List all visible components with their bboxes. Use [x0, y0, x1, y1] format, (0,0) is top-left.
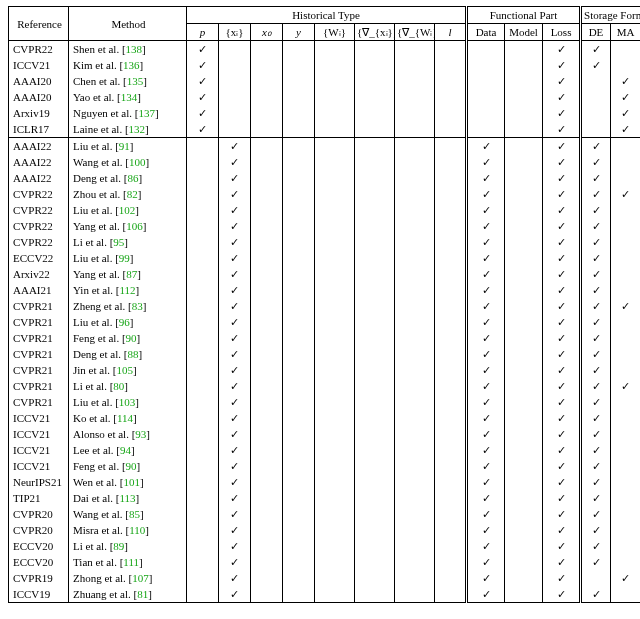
cell-ht-wi	[315, 250, 355, 266]
cell-ht-l	[435, 105, 467, 121]
cell-ht-gxi	[355, 138, 395, 155]
cell-method: Yang et al. [106]	[69, 218, 187, 234]
cell-ht-gwi	[395, 57, 435, 73]
cell-fp-data: ✓	[467, 314, 505, 330]
cell-method: Shen et al. [138]	[69, 41, 187, 58]
cell-fp-model	[505, 314, 543, 330]
cell-ht-x0	[251, 170, 283, 186]
cell-ht-y	[283, 73, 315, 89]
cell-fp-data: ✓	[467, 298, 505, 314]
cell-method: Feng et al. [90]	[69, 330, 187, 346]
cell-ht-wi	[315, 89, 355, 105]
cell-ht-xi: ✓	[219, 250, 251, 266]
cell-ht-xi: ✓	[219, 266, 251, 282]
cell-ht-l	[435, 458, 467, 474]
cell-ht-p	[187, 490, 219, 506]
cell-reference: ICLR17	[9, 121, 69, 138]
cell-fp-data: ✓	[467, 138, 505, 155]
cell-method: Zheng et al. [83]	[69, 298, 187, 314]
cell-ht-p: ✓	[187, 73, 219, 89]
cell-ht-l	[435, 250, 467, 266]
cell-ht-y	[283, 378, 315, 394]
cell-ht-l	[435, 314, 467, 330]
cell-ht-l	[435, 474, 467, 490]
cell-fp-model	[505, 105, 543, 121]
table-container: Reference Method Historical Type Functio…	[0, 0, 640, 613]
cell-ht-x0	[251, 282, 283, 298]
hdr-ht-p: p	[187, 24, 219, 41]
cell-ht-wi	[315, 314, 355, 330]
table-row: Arxiv19Nguyen et al. [137]✓✓✓	[9, 105, 641, 121]
cell-fp-model	[505, 346, 543, 362]
cell-reference: Arxiv19	[9, 105, 69, 121]
cell-ht-gxi	[355, 154, 395, 170]
table-row: ICCV21Lee et al. [94]✓✓✓✓	[9, 442, 641, 458]
cell-reference: Arxiv22	[9, 266, 69, 282]
cell-fp-loss: ✓	[543, 138, 581, 155]
hdr-sf-ma: MA	[611, 24, 640, 41]
cell-ht-xi: ✓	[219, 522, 251, 538]
cell-sf-de: ✓	[581, 554, 611, 570]
cell-ht-l	[435, 570, 467, 586]
cell-reference: CVPR21	[9, 378, 69, 394]
cell-ht-x0	[251, 442, 283, 458]
cell-sf-de: ✓	[581, 57, 611, 73]
cell-sf-ma	[611, 282, 640, 298]
cell-sf-de: ✓	[581, 234, 611, 250]
cell-fp-loss: ✓	[543, 314, 581, 330]
table-row: AAAI21Yin et al. [112]✓✓✓✓	[9, 282, 641, 298]
cell-ht-x0	[251, 250, 283, 266]
cell-ht-xi: ✓	[219, 298, 251, 314]
cell-reference: CVPR21	[9, 362, 69, 378]
cell-ht-gwi	[395, 394, 435, 410]
table-row: TIP21Dai et al. [113]✓✓✓✓	[9, 490, 641, 506]
citation-number: 135	[127, 75, 144, 87]
cell-ht-p: ✓	[187, 41, 219, 58]
cell-ht-p	[187, 170, 219, 186]
cell-ht-l	[435, 266, 467, 282]
cell-method: Yao et al. [134]	[69, 89, 187, 105]
cell-method: Ko et al. [114]	[69, 410, 187, 426]
hdr-fp-data: Data	[467, 24, 505, 41]
cell-ht-l	[435, 490, 467, 506]
cell-ht-xi: ✓	[219, 362, 251, 378]
cell-sf-de	[581, 89, 611, 105]
cell-sf-de: ✓	[581, 538, 611, 554]
cell-ht-wi	[315, 186, 355, 202]
cell-method: Yang et al. [87]	[69, 266, 187, 282]
cell-ht-x0	[251, 570, 283, 586]
cell-fp-loss: ✓	[543, 202, 581, 218]
cell-ht-gwi	[395, 41, 435, 58]
cell-fp-model	[505, 330, 543, 346]
citation-number: 112	[119, 284, 135, 296]
cell-method: Zhuang et al. [81]	[69, 586, 187, 603]
cell-ht-y	[283, 57, 315, 73]
cell-fp-data: ✓	[467, 330, 505, 346]
cell-ht-gxi	[355, 506, 395, 522]
cell-method: Liu et al. [103]	[69, 394, 187, 410]
cell-ht-gxi	[355, 170, 395, 186]
cell-reference: ICCV19	[9, 586, 69, 603]
cell-sf-ma: ✓	[611, 105, 640, 121]
cell-fp-loss: ✓	[543, 41, 581, 58]
cell-fp-loss: ✓	[543, 458, 581, 474]
cell-ht-gwi	[395, 218, 435, 234]
cell-method: Wen et al. [101]	[69, 474, 187, 490]
citation-number: 90	[126, 460, 137, 472]
cell-sf-de	[581, 105, 611, 121]
table-row: AAAI20Yao et al. [134]✓✓✓	[9, 89, 641, 105]
cell-sf-de: ✓	[581, 250, 611, 266]
cell-ht-y	[283, 250, 315, 266]
cell-fp-model	[505, 234, 543, 250]
cell-ht-x0	[251, 362, 283, 378]
table-row: ECCV20Tian et al. [111]✓✓✓✓	[9, 554, 641, 570]
cell-ht-p	[187, 570, 219, 586]
cell-reference: AAAI21	[9, 282, 69, 298]
cell-method: Wang et al. [100]	[69, 154, 187, 170]
cell-method: Liu et al. [96]	[69, 314, 187, 330]
cell-ht-l	[435, 346, 467, 362]
cell-sf-de	[581, 73, 611, 89]
cell-ht-y	[283, 314, 315, 330]
cell-fp-data: ✓	[467, 554, 505, 570]
cell-ht-p	[187, 138, 219, 155]
